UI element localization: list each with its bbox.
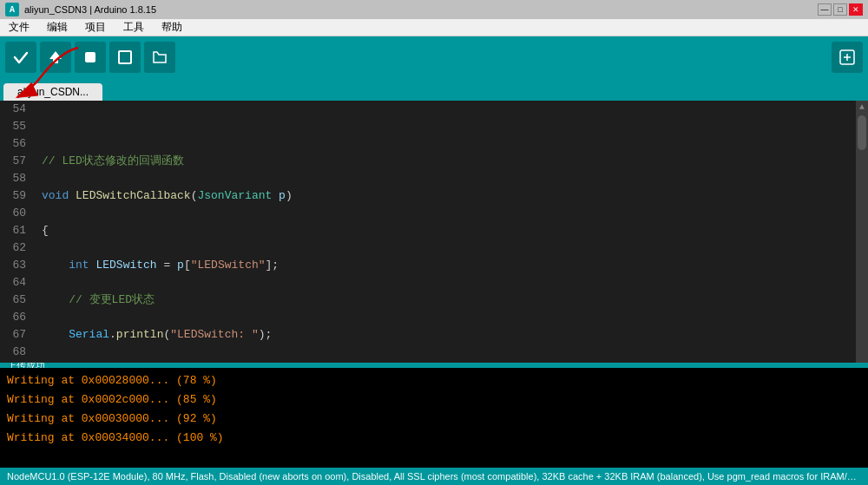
upload-button[interactable] (40, 42, 71, 73)
code-content: // LED状态修改的回调函数 void LEDSwitchCallback(J… (33, 101, 856, 363)
code-line-60: Serial.println("LEDSwitch: "); (42, 326, 847, 344)
scroll-thumb[interactable] (858, 115, 866, 150)
console-line-1: Writing at 0x00028000... (78 %) (7, 371, 861, 390)
code-line-55: // LED状态修改的回调函数 (42, 153, 847, 170)
code-line-58: int LEDSwitch = p["LEDSwitch"]; (42, 257, 847, 274)
titlebar-left: A aliyun_CSDN3 | Arduino 1.8.15 (5, 3, 156, 16)
code-line-54 (42, 118, 847, 135)
app-icon: A (5, 3, 19, 16)
code-container: 54 55 56 57 58 59 60 61 62 63 64 65 66 6… (0, 101, 856, 363)
window-title: aliyun_CSDN3 | Arduino 1.8.15 (24, 4, 156, 15)
console-line-2: Writing at 0x0002c000... (85 %) (7, 390, 861, 410)
statusbar: NodeMCU1.0 (ESP-12E Module), 80 MHz, Fla… (0, 468, 868, 485)
code-line-61: Serial.println(LEDSwitch); (42, 361, 847, 363)
code-line-56: void LEDSwitchCallback(JsonVariant p) (42, 187, 847, 205)
menu-file[interactable]: 文件 (3, 18, 35, 36)
debug-button[interactable] (75, 42, 106, 73)
minimize-button[interactable]: — (818, 3, 832, 16)
titlebar: A aliyun_CSDN3 | Arduino 1.8.15 — □ ✕ (0, 0, 868, 19)
vertical-scrollbar[interactable]: ▲ (856, 101, 868, 363)
menu-tools[interactable]: 工具 (118, 18, 149, 36)
line-numbers: 54 55 56 57 58 59 60 61 62 63 64 65 66 6… (0, 101, 33, 363)
menu-edit[interactable]: 编辑 (42, 18, 73, 36)
editor-area: 54 55 56 57 58 59 60 61 62 63 64 65 66 6… (0, 101, 868, 363)
tabbar: aliyun_CSDN... (0, 78, 868, 101)
tab-main[interactable]: aliyun_CSDN... (3, 83, 102, 101)
code-line-57: { (42, 222, 847, 239)
svg-rect-2 (119, 51, 131, 63)
scroll-up-arrow[interactable]: ▲ (859, 102, 865, 112)
toolbar (0, 36, 868, 78)
console-output: Writing at 0x00028000... (78 %) Writing … (0, 368, 868, 468)
serial-monitor-button[interactable] (832, 42, 863, 73)
console-line-4: Writing at 0x00034000... (100 %) (7, 429, 861, 448)
maximize-button[interactable]: □ (833, 3, 847, 16)
menubar: 文件 编辑 项目 工具 帮助 (0, 19, 868, 36)
menu-project[interactable]: 项目 (80, 18, 111, 36)
close-button[interactable]: ✕ (849, 3, 863, 16)
code-line-59: // 变更LED状态 (42, 292, 847, 309)
open-button[interactable] (144, 42, 175, 73)
window-controls[interactable]: — □ ✕ (818, 3, 863, 16)
menu-help[interactable]: 帮助 (156, 18, 187, 36)
new-button[interactable] (109, 42, 141, 73)
status-text: NodeMCU1.0 (ESP-12E Module), 80 MHz, Fla… (7, 470, 861, 483)
console-line-3: Writing at 0x00030000... (92 %) (7, 410, 861, 429)
app-container: A aliyun_CSDN3 | Arduino 1.8.15 — □ ✕ 文件… (0, 0, 868, 485)
verify-button[interactable] (5, 42, 36, 73)
svg-marker-0 (49, 51, 62, 63)
svg-rect-1 (85, 52, 95, 62)
code-editor[interactable]: 54 55 56 57 58 59 60 61 62 63 64 65 66 6… (0, 101, 856, 363)
